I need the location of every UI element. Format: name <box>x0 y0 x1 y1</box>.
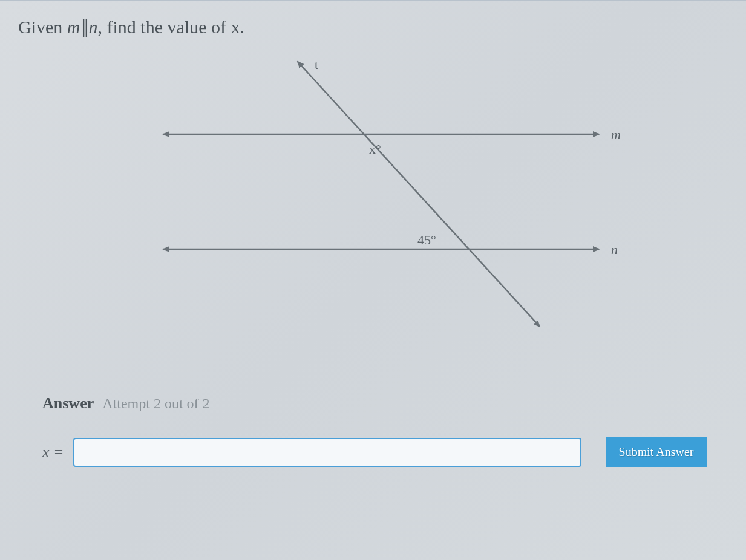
question-suffix: , find the value of x. <box>98 17 244 37</box>
x-equals-label: x = <box>42 443 64 461</box>
var-n: n <box>89 17 98 37</box>
transversal-label: t <box>315 57 318 72</box>
answer-label: Answer <box>42 394 94 412</box>
submit-button[interactable]: Submit Answer <box>606 437 707 467</box>
content-area: Given mn, find the value of x. m n t x° <box>0 1 746 483</box>
geometry-diagram: m n t x° 45° <box>133 50 635 352</box>
var-m: m <box>67 17 80 37</box>
line-n-label: n <box>611 242 618 257</box>
answer-section: Answer Attempt 2 out of 2 x = Submit Ans… <box>18 394 728 467</box>
question-text: Given mn, find the value of x. <box>18 16 728 37</box>
attempt-text: Attempt 2 out of 2 <box>102 396 209 411</box>
angle-45-label: 45° <box>417 232 436 247</box>
parallel-symbol <box>80 16 89 37</box>
diagram: m n t x° 45° <box>18 50 728 364</box>
answer-input[interactable] <box>73 438 581 467</box>
question-prefix: Given <box>18 17 67 37</box>
input-row: x = Submit Answer <box>42 437 728 467</box>
transversal-t <box>298 62 540 327</box>
line-m-label: m <box>611 127 621 142</box>
angle-x-label: x° <box>369 142 381 157</box>
answer-header: Answer Attempt 2 out of 2 <box>42 394 728 412</box>
